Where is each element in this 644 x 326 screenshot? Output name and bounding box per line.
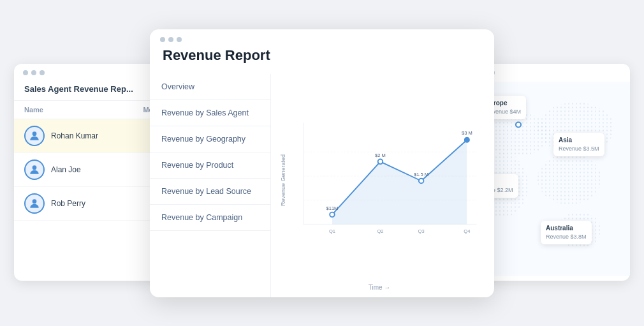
svg-text:$2 M: $2 M <box>375 152 386 158</box>
window-dots <box>150 29 494 46</box>
nav-geography[interactable]: Revenue by Geography <box>150 126 270 152</box>
svg-point-1 <box>33 165 37 170</box>
nav-lead-source[interactable]: Revenue by Lead Source <box>150 179 270 205</box>
row-name: Rob Perry <box>51 199 150 208</box>
nav-overview[interactable]: Overview <box>150 74 270 100</box>
svg-text:$3 M: $3 M <box>462 130 472 136</box>
svg-point-23 <box>378 159 383 164</box>
revenue-report-card: Revenue Report Overview Revenue by Sales… <box>150 29 494 297</box>
dot-1 <box>160 37 165 42</box>
svg-point-2 <box>33 199 37 204</box>
svg-point-7 <box>538 154 601 205</box>
dot-1 <box>23 70 28 75</box>
svg-text:Q1: Q1 <box>329 228 335 234</box>
geo-name: Australia <box>546 224 587 233</box>
svg-text:Q2: Q2 <box>377 228 383 234</box>
avatar <box>24 193 45 214</box>
geo-name: Asia <box>559 136 599 145</box>
dot-2 <box>31 70 36 75</box>
avatar <box>24 159 45 180</box>
geo-label-asia: Asia Revenue $3.5M <box>553 133 604 156</box>
svg-point-0 <box>33 131 37 136</box>
geo-revenue: Revenue $3.5M <box>559 145 599 153</box>
chart-svg: $11M $2 M $1.5 M $3 M Q1 Q2 Q3 Q4 <box>289 80 481 281</box>
y-axis-label: Revenue Generated <box>280 154 286 206</box>
dot-3 <box>177 37 182 42</box>
svg-point-24 <box>419 178 424 183</box>
report-title: Revenue Report <box>150 46 494 74</box>
y-axis-container: Revenue Generated <box>277 80 289 281</box>
x-axis-label: Time → <box>277 281 481 291</box>
svg-point-22 <box>330 212 335 217</box>
avatar <box>24 126 45 146</box>
row-name: Rohan Kumar <box>51 131 150 140</box>
svg-text:Q4: Q4 <box>464 228 470 234</box>
svg-point-25 <box>465 137 470 142</box>
chart-wrapper: Revenue Generated <box>277 80 481 281</box>
dot-3 <box>40 70 45 75</box>
geo-revenue: Revenue $3.8M <box>546 233 587 241</box>
chart-area: Revenue Generated <box>271 74 494 297</box>
nav-product[interactable]: Revenue by Product <box>150 152 270 179</box>
svg-text:$11M: $11M <box>326 205 339 211</box>
svg-text:$1.5 M: $1.5 M <box>414 171 428 177</box>
nav-sales-agent[interactable]: Revenue by Sales Agent <box>150 100 270 126</box>
nav-campaign[interactable]: Revenue by Campaign <box>150 205 270 231</box>
dot-2 <box>168 37 173 42</box>
geo-label-australia: Australia Revenue $3.8M <box>541 221 592 244</box>
svg-text:Q3: Q3 <box>418 228 425 234</box>
report-body: Overview Revenue by Sales Agent Revenue … <box>150 74 494 297</box>
svg-point-10 <box>516 123 520 127</box>
row-name: Alan Joe <box>51 165 150 174</box>
report-nav: Overview Revenue by Sales Agent Revenue … <box>150 74 271 297</box>
svg-container: $11M $2 M $1.5 M $3 M Q1 Q2 Q3 Q4 <box>289 80 481 281</box>
col-name-header: Name <box>24 106 143 114</box>
